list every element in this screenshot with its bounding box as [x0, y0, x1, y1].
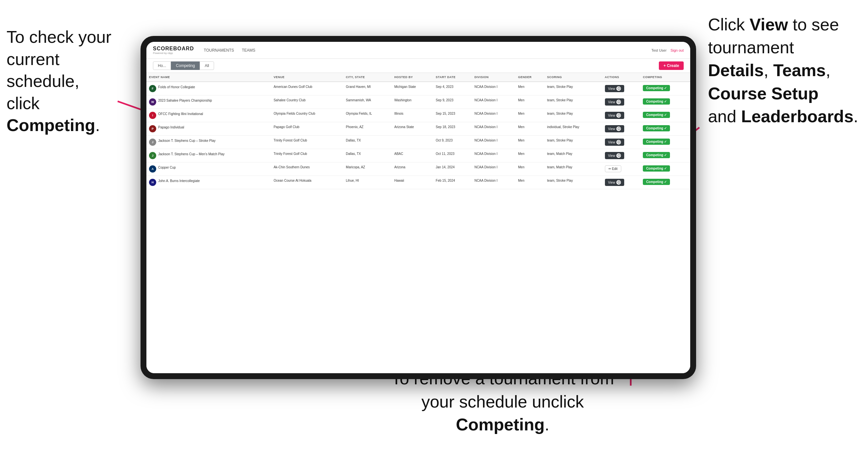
- competing-cell: Competing ✓: [640, 149, 690, 162]
- start-date-cell: Sep 15, 2023: [433, 109, 472, 122]
- division-cell: NCAA Division I: [472, 136, 516, 149]
- division-cell: NCAA Division I: [472, 95, 516, 109]
- nav-link-teams[interactable]: TEAMS: [242, 48, 255, 53]
- team-logo: P: [149, 125, 156, 132]
- competing-button[interactable]: Competing ✓: [643, 152, 670, 158]
- division-cell: NCAA Division I: [472, 176, 516, 189]
- hosted-cell: Illinois: [392, 109, 433, 122]
- hosted-cell: Arizona State: [392, 122, 433, 136]
- info-icon: ⓘ: [616, 180, 621, 185]
- hosted-cell: Arizona: [392, 162, 433, 176]
- competing-button[interactable]: Competing ✓: [643, 165, 670, 172]
- scoring-cell: team, Stroke Play: [545, 176, 602, 189]
- competing-cell: Competing ✓: [640, 82, 690, 95]
- competing-cell: Competing ✓: [640, 162, 690, 176]
- view-button[interactable]: View ⓘ: [605, 138, 624, 146]
- start-date-cell: Sep 4, 2023: [433, 82, 472, 95]
- col-venue: VENUE: [271, 73, 343, 82]
- create-button[interactable]: + Create: [659, 61, 684, 70]
- city-cell: Grand Haven, MI: [343, 82, 392, 95]
- edit-button[interactable]: ✏ Edit: [605, 165, 621, 172]
- logo-sub: Powered by clipp: [153, 52, 194, 55]
- col-competing: COMPETING: [640, 73, 690, 82]
- filter-tab-all[interactable]: All: [200, 61, 214, 70]
- annotation-left: To check yourcurrent schedule,click Comp…: [6, 26, 118, 136]
- filter-tab-home[interactable]: Ho...: [153, 61, 171, 70]
- competing-button[interactable]: Competing ✓: [643, 138, 670, 145]
- nav-right: Test User Sign out: [651, 49, 684, 52]
- venue-cell: Trinity Forest Golf Club: [271, 136, 343, 149]
- filter-tabs: Ho... Competing All: [153, 61, 214, 70]
- hosted-cell: [392, 136, 433, 149]
- view-button[interactable]: View ⓘ: [605, 112, 624, 119]
- view-button[interactable]: View ⓘ: [605, 125, 624, 132]
- competing-cell: Competing ✓: [640, 136, 690, 149]
- gender-cell: Men: [516, 109, 545, 122]
- info-icon: ⓘ: [616, 100, 621, 104]
- scoring-cell: team, Stroke Play: [545, 136, 602, 149]
- view-button[interactable]: View ⓘ: [605, 85, 624, 92]
- competing-button[interactable]: Competing ✓: [643, 112, 670, 118]
- team-logo: I: [149, 112, 156, 119]
- competing-button[interactable]: Competing ✓: [643, 85, 670, 91]
- division-cell: NCAA Division I: [472, 109, 516, 122]
- event-name-text: Jackson T. Stephens Cup – Men's Match Pl…: [158, 152, 224, 156]
- competing-button[interactable]: Competing ✓: [643, 98, 670, 104]
- col-division: DIVISION: [472, 73, 516, 82]
- event-name-cell: W 2023 Sahalee Players Championship: [147, 95, 271, 109]
- gender-cell: Men: [516, 95, 545, 109]
- hosted-cell: ABAC: [392, 149, 433, 162]
- nav-signout[interactable]: Sign out: [671, 49, 684, 52]
- filter-bar: Ho... Competing All + Create: [147, 59, 690, 73]
- city-cell: Dallas, TX: [343, 136, 392, 149]
- view-button[interactable]: View ⓘ: [605, 179, 624, 186]
- table-row: J Jackson T. Stephens Cup – Stroke Play …: [147, 136, 690, 149]
- filter-tab-competing[interactable]: Competing: [171, 61, 200, 70]
- competing-cell: Competing ✓: [640, 95, 690, 109]
- team-logo: W: [149, 98, 156, 105]
- venue-cell: Ocean Course At Hokuala: [271, 176, 343, 189]
- city-cell: Lihue, HI: [343, 176, 392, 189]
- event-name-text: Jackson T. Stephens Cup – Stroke Play: [158, 138, 215, 143]
- nav-user: Test User: [651, 49, 666, 52]
- event-name-cell: J Jackson T. Stephens Cup – Men's Match …: [147, 149, 271, 162]
- table-row: H John A. Burns Intercollegiate Ocean Co…: [147, 176, 690, 189]
- col-hosted-by: HOSTED BY: [392, 73, 433, 82]
- actions-cell: View ⓘ: [602, 176, 641, 189]
- hosted-cell: Michigan State: [392, 82, 433, 95]
- table-row: F Folds of Honor Collegiate American Dun…: [147, 82, 690, 95]
- annotation-left-text: To check yourcurrent schedule,click Comp…: [6, 27, 112, 135]
- col-gender: GENDER: [516, 73, 545, 82]
- division-cell: NCAA Division I: [472, 149, 516, 162]
- nav-links: TOURNAMENTS TEAMS: [204, 48, 652, 53]
- col-scoring: SCORING: [545, 73, 602, 82]
- event-name-cell: J Jackson T. Stephens Cup – Stroke Play: [147, 136, 271, 149]
- venue-cell: Olympia Fields Country Club: [271, 109, 343, 122]
- competing-cell: Competing ✓: [640, 122, 690, 136]
- col-event-name: EVENT NAME: [147, 73, 271, 82]
- col-start-date: START DATE: [433, 73, 472, 82]
- tablet: SCOREBOARD Powered by clipp TOURNAMENTS …: [141, 36, 696, 379]
- competing-cell: Competing ✓: [640, 109, 690, 122]
- view-button[interactable]: View ⓘ: [605, 152, 624, 159]
- venue-cell: Papago Golf Club: [271, 122, 343, 136]
- event-name-cell: F Folds of Honor Collegiate: [147, 82, 271, 95]
- start-date-cell: Oct 9, 2023: [433, 136, 472, 149]
- venue-cell: Ak-Chin Southern Dunes: [271, 162, 343, 176]
- competing-button[interactable]: Competing ✓: [643, 125, 670, 131]
- competing-button[interactable]: Competing ✓: [643, 179, 670, 185]
- city-cell: Dallas, TX: [343, 149, 392, 162]
- nav-bar: SCOREBOARD Powered by clipp TOURNAMENTS …: [147, 42, 690, 59]
- gender-cell: Men: [516, 149, 545, 162]
- actions-cell: View ⓘ: [602, 149, 641, 162]
- city-cell: Maricopa, AZ: [343, 162, 392, 176]
- table-header-row: EVENT NAME VENUE CITY, STATE HOSTED BY S…: [147, 73, 690, 82]
- table-container[interactable]: EVENT NAME VENUE CITY, STATE HOSTED BY S…: [147, 73, 690, 373]
- division-cell: NCAA Division I: [472, 122, 516, 136]
- table-row: P Papago Individual Papago Golf ClubPhoe…: [147, 122, 690, 136]
- view-button[interactable]: View ⓘ: [605, 98, 624, 105]
- start-date-cell: Oct 11, 2023: [433, 149, 472, 162]
- nav-link-tournaments[interactable]: TOURNAMENTS: [204, 48, 234, 53]
- city-cell: Sammamish, WA: [343, 95, 392, 109]
- event-name-text: Copper Cup: [158, 165, 176, 169]
